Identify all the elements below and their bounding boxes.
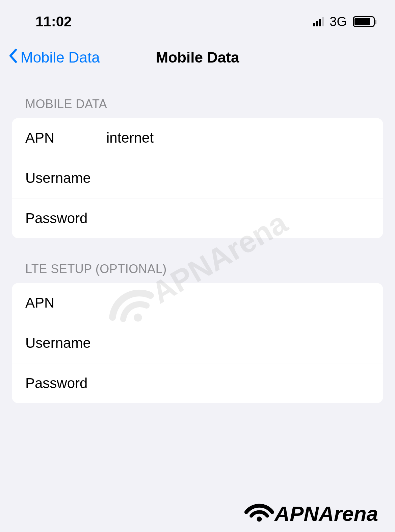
- status-bar: 11:02 3G: [0, 0, 395, 37]
- username-input[interactable]: [106, 170, 370, 186]
- lte-apn-label: APN: [25, 295, 106, 311]
- row-lte-password[interactable]: Password: [12, 363, 383, 403]
- back-button[interactable]: Mobile Data: [8, 48, 100, 67]
- username-label: Username: [25, 170, 106, 186]
- password-label: Password: [25, 210, 106, 226]
- section-header-mobile-data: MOBILE DATA: [12, 97, 383, 111]
- status-icons: 3G: [313, 15, 375, 29]
- row-password[interactable]: Password: [12, 198, 383, 238]
- row-apn[interactable]: APN: [12, 118, 383, 158]
- content-area: MOBILE DATA APN Username Password LTE SE…: [0, 80, 395, 403]
- lte-username-label: Username: [25, 335, 106, 351]
- lte-apn-input[interactable]: [106, 295, 370, 311]
- chevron-left-icon: [8, 48, 17, 67]
- settings-group-mobile-data: APN Username Password: [12, 118, 383, 238]
- svg-point-1: [257, 516, 262, 522]
- lte-password-label: Password: [25, 375, 106, 391]
- row-lte-apn[interactable]: APN: [12, 283, 383, 323]
- network-type-label: 3G: [330, 15, 347, 29]
- section-header-lte-setup: LTE SETUP (OPTIONAL): [12, 262, 383, 276]
- apn-input[interactable]: [106, 130, 370, 146]
- status-time: 11:02: [35, 14, 72, 30]
- lte-username-input[interactable]: [106, 335, 370, 351]
- password-input[interactable]: [106, 210, 370, 226]
- lte-password-input[interactable]: [106, 375, 370, 391]
- apn-label: APN: [25, 130, 106, 146]
- settings-group-lte-setup: APN Username Password: [12, 283, 383, 403]
- row-username[interactable]: Username: [12, 158, 383, 198]
- page-title: Mobile Data: [156, 49, 239, 66]
- back-label: Mobile Data: [21, 49, 100, 66]
- navigation-bar: Mobile Data Mobile Data: [0, 37, 395, 80]
- watermark-bottom: APNArena: [244, 500, 378, 527]
- signal-icon: [313, 17, 324, 26]
- wifi-icon: [244, 500, 274, 527]
- watermark-text-bottom: APNArena: [274, 502, 378, 526]
- row-lte-username[interactable]: Username: [12, 323, 383, 363]
- battery-icon: [353, 16, 375, 27]
